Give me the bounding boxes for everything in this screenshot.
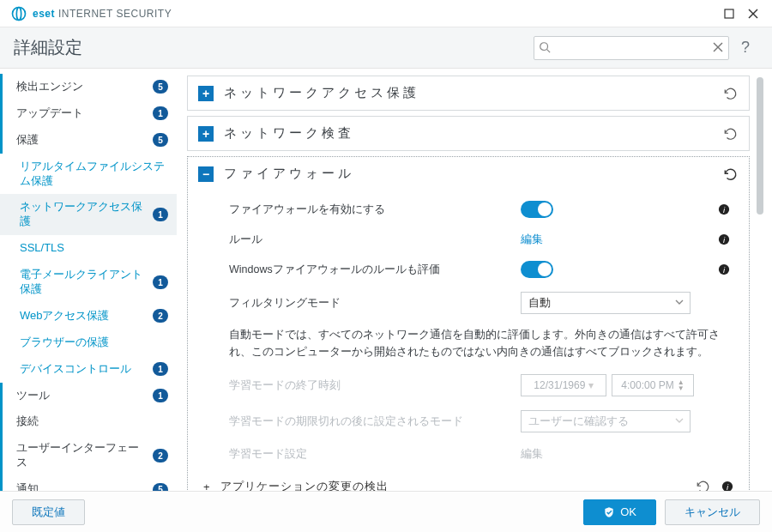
- svg-point-5: [540, 42, 548, 50]
- footer: 既定値 OK キャンセル: [0, 491, 772, 532]
- sidebar-item-ssl-tls[interactable]: SSL/TLS: [0, 235, 177, 262]
- shield-check-icon: [603, 506, 615, 518]
- expand-icon: +: [203, 481, 210, 492]
- sidebar-item-web-access[interactable]: Webアクセス保護2: [0, 303, 177, 329]
- scrollbar-thumb[interactable]: [757, 77, 763, 215]
- badge: 1: [153, 362, 168, 376]
- expand-icon: +: [198, 86, 214, 101]
- learn-after-label: 学習モードの期限切れの後に設定されるモード: [229, 414, 512, 429]
- firewall-enable-toggle[interactable]: [521, 201, 553, 218]
- firewall-rules-label: ルール: [229, 233, 512, 247]
- undo-icon: [696, 479, 711, 491]
- main-scrollbar[interactable]: [757, 76, 763, 484]
- info-button[interactable]: i: [721, 481, 733, 491]
- filtering-mode-select[interactable]: 自動: [521, 292, 691, 314]
- undo-icon: [723, 126, 739, 142]
- learn-after-value: ユーザーに確認する: [528, 414, 629, 429]
- filtering-mode-description: 自動モードでは、すべてのネットワーク通信を自動的に評価します。外向きの通信はすべ…: [229, 321, 733, 367]
- undo-button[interactable]: [696, 479, 711, 491]
- badge: 5: [153, 133, 168, 147]
- cancel-button[interactable]: キャンセル: [665, 499, 760, 525]
- learn-end-time-input: 4:00:00 PM▲▼: [612, 374, 694, 396]
- info-icon: i: [718, 203, 730, 215]
- ok-button-label: OK: [620, 505, 636, 518]
- panel-header-network-inspection[interactable]: + ネットワーク検査: [188, 117, 749, 150]
- badge: 1: [153, 389, 168, 402]
- window-maximize-button[interactable]: [717, 2, 741, 26]
- main-content: + ネットワークアクセス保護 + ネットワーク検査 − ファイアウォール ファイ…: [180, 69, 772, 491]
- firewall-winfw-toggle[interactable]: [521, 261, 553, 278]
- app-brand-text: eset INTERNET SECURITY: [33, 8, 172, 20]
- learn-settings-edit-link: 編集: [521, 446, 543, 462]
- collapse-icon: −: [198, 166, 214, 182]
- subpanel-title: アプリケーションの変更の検出: [220, 479, 685, 491]
- learn-end-date-input: 12/31/1969 ▾: [521, 374, 606, 396]
- info-button[interactable]: i: [718, 263, 733, 275]
- clear-icon: [712, 41, 724, 53]
- search-icon: [539, 41, 551, 53]
- sidebar-item-network-access[interactable]: ネットワークアクセス保護1: [0, 194, 177, 235]
- page-title: 詳細設定: [14, 36, 82, 59]
- learn-after-select: ユーザーに確認する: [521, 410, 691, 432]
- panel-header-firewall[interactable]: − ファイアウォール: [188, 157, 749, 190]
- learn-end-label: 学習モードの終了時刻: [229, 378, 512, 393]
- firewall-rules-edit-link[interactable]: 編集: [521, 232, 543, 247]
- sidebar-item-email-client[interactable]: 電子メールクライアント保護1: [0, 262, 177, 303]
- learn-settings-label: 学習モード設定: [229, 447, 512, 462]
- sidebar-item-notification[interactable]: 通知5: [0, 476, 177, 491]
- badge: 5: [153, 80, 168, 94]
- badge: 5: [153, 483, 168, 491]
- maximize-icon: [724, 9, 734, 19]
- chevron-down-icon: [674, 297, 685, 307]
- sidebar-item-connection[interactable]: 接続: [0, 408, 177, 435]
- undo-button[interactable]: [723, 86, 739, 101]
- panel-header-network-access[interactable]: + ネットワークアクセス保護: [188, 76, 749, 110]
- expand-icon: +: [198, 126, 214, 142]
- panel-firewall: − ファイアウォール ファイアウォールを有効にする i ルール 編集 i Win…: [187, 156, 750, 491]
- window-close-button[interactable]: [741, 2, 765, 26]
- svg-line-6: [547, 49, 551, 52]
- filtering-mode-label: フィルタリングモード: [229, 296, 512, 311]
- app-brand: eset INTERNET SECURITY: [10, 5, 172, 22]
- ok-button[interactable]: OK: [583, 499, 656, 525]
- defaults-button[interactable]: 既定値: [12, 499, 85, 525]
- sidebar-item-protection[interactable]: 保護5: [0, 127, 177, 154]
- sidebar-item-device-control[interactable]: デバイスコントロール1: [0, 356, 177, 383]
- sidebar-item-realtime[interactable]: リアルタイムファイルシステム保護: [0, 154, 177, 195]
- sidebar-item-browser[interactable]: ブラウザーの保護: [0, 329, 177, 356]
- firewall-winfw-label: Windowsファイアウォールのルールも評価: [229, 263, 512, 277]
- svg-point-0: [13, 7, 26, 20]
- search-clear-button[interactable]: [712, 41, 724, 53]
- svg-point-1: [16, 7, 21, 20]
- page-header: 詳細設定 ?: [0, 27, 772, 69]
- undo-button[interactable]: [723, 126, 739, 142]
- undo-icon: [723, 166, 739, 182]
- undo-icon: [723, 86, 739, 101]
- titlebar: eset INTERNET SECURITY: [0, 0, 772, 27]
- search-field-wrap: [534, 36, 729, 60]
- sidebar-item-ui[interactable]: ユーザーインターフェース2: [0, 435, 177, 476]
- info-button[interactable]: i: [718, 203, 733, 215]
- panel-title: ネットワーク検査: [224, 125, 713, 142]
- firewall-enable-label: ファイアウォールを有効にする: [229, 203, 512, 217]
- spinner-icon: ▲▼: [678, 379, 685, 391]
- panel-title: ネットワークアクセス保護: [224, 85, 713, 101]
- badge: 1: [153, 106, 168, 120]
- sidebar-item-tools[interactable]: ツール1: [0, 383, 177, 409]
- badge: 2: [153, 449, 168, 462]
- panel-title: ファイアウォール: [224, 166, 713, 182]
- subpanel-app-change[interactable]: + アプリケーションの変更の検出 i: [203, 469, 733, 491]
- info-icon: i: [718, 263, 730, 275]
- panel-network-access: + ネットワークアクセス保護: [187, 76, 750, 111]
- sidebar-item-detection-engine[interactable]: 検出エンジン5: [0, 74, 177, 100]
- info-button[interactable]: i: [718, 233, 733, 245]
- undo-button[interactable]: [723, 166, 739, 182]
- sidebar-item-update[interactable]: アップデート1: [0, 100, 177, 127]
- badge: 2: [153, 309, 168, 323]
- search-input[interactable]: [534, 36, 729, 60]
- help-button[interactable]: ?: [733, 39, 758, 57]
- sidebar: 検出エンジン5 アップデート1 保護5 リアルタイムファイルシステム保護 ネット…: [0, 69, 180, 491]
- svg-rect-2: [725, 9, 733, 18]
- close-icon: [748, 9, 758, 19]
- badge: 1: [153, 275, 168, 289]
